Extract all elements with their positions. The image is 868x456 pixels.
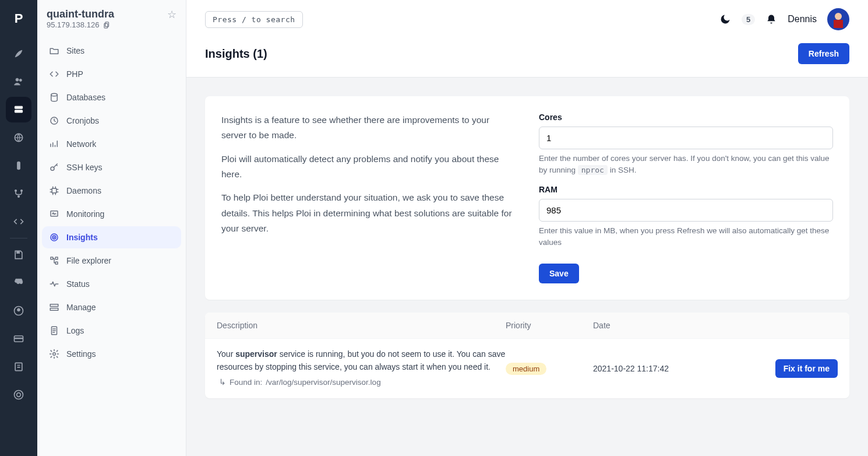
manage-icon [49, 302, 59, 313]
rail-docs-icon[interactable] [6, 354, 31, 380]
gear-icon [49, 349, 59, 359]
heartbeat-icon [49, 279, 59, 289]
rail-store-icon[interactable] [6, 270, 31, 296]
found-in-path: ↳ Found in: /var/log/supervisor/supervis… [217, 377, 506, 389]
svg-rect-9 [17, 251, 20, 253]
insights-table: Description Priority Date Your superviso… [205, 313, 849, 398]
save-button[interactable]: Save [539, 264, 579, 283]
svg-point-6 [15, 190, 16, 191]
server-name: quaint-tundra [47, 8, 114, 20]
insights-info-card: Insights is a feature to see whether the… [205, 96, 849, 300]
fix-button[interactable]: Fix it for me [775, 359, 838, 378]
svg-point-19 [51, 93, 58, 96]
favorite-star-icon[interactable]: ☆ [167, 8, 177, 21]
notification-count-badge[interactable]: 5 [742, 14, 755, 25]
nav-insights[interactable]: Insights [42, 226, 181, 248]
tree-icon [49, 255, 59, 266]
bell-icon[interactable] [765, 13, 777, 25]
rail-teams-icon[interactable] [6, 69, 31, 94]
rail-save-icon[interactable] [6, 242, 31, 268]
rail-servers-icon[interactable] [6, 97, 31, 122]
refresh-button[interactable]: Refresh [798, 43, 849, 64]
monitor-icon [49, 209, 59, 219]
svg-rect-36 [834, 20, 843, 28]
page-header: Insights (1) Refresh [186, 38, 868, 78]
nav-cronjobs[interactable]: Cronjobs [42, 110, 181, 132]
folder-icon [49, 45, 59, 56]
page-title: Insights (1) [205, 47, 267, 61]
nav-databases[interactable]: Databases [42, 86, 181, 108]
svg-rect-30 [50, 304, 58, 307]
insights-description: Insights is a feature to see whether the… [221, 113, 516, 283]
chip-icon [49, 185, 59, 196]
svg-rect-13 [15, 338, 23, 339]
svg-rect-22 [52, 188, 57, 193]
date-cell: 2021-10-22 11:17:42 [593, 364, 744, 373]
priority-cell: medium [506, 363, 593, 375]
rail-billing-icon[interactable] [6, 326, 31, 352]
nav-monitoring[interactable]: Monitoring [42, 203, 181, 225]
key-icon [49, 162, 59, 173]
svg-rect-18 [104, 23, 108, 28]
svg-point-35 [835, 13, 842, 20]
nav-manage[interactable]: Manage [42, 296, 181, 318]
target-icon [49, 232, 59, 243]
svg-point-7 [20, 190, 22, 191]
svg-rect-5 [17, 162, 20, 169]
col-date: Date [593, 321, 744, 330]
rail-profile-icon[interactable] [6, 298, 31, 324]
copy-ip-icon[interactable] [103, 21, 111, 29]
server-sidebar: quaint-tundra 95.179.138.126 ☆ Sites PHP… [37, 0, 186, 456]
svg-rect-3 [15, 110, 22, 113]
nav-logs[interactable]: Logs [42, 320, 181, 342]
topbar: Press / to search 5 Dennis [186, 0, 868, 38]
nav-file-explorer[interactable]: File explorer [42, 250, 181, 272]
svg-rect-17 [105, 22, 109, 26]
avatar[interactable] [827, 8, 849, 30]
svg-point-16 [17, 393, 21, 397]
server-spec-form: Cores Enter the number of cores your ser… [539, 113, 833, 283]
server-ip: 95.179.138.126 [47, 20, 114, 29]
clock-icon [49, 115, 59, 126]
svg-point-15 [15, 391, 23, 399]
svg-rect-2 [15, 106, 22, 108]
ram-label: RAM [539, 185, 833, 194]
nav-settings[interactable]: Settings [42, 343, 181, 365]
network-icon [49, 139, 59, 149]
svg-rect-31 [50, 308, 58, 311]
rail-globe-icon[interactable] [6, 125, 31, 150]
theme-toggle-icon[interactable] [719, 13, 731, 25]
svg-point-8 [17, 195, 19, 197]
nav-daemons[interactable]: Daemons [42, 180, 181, 202]
nav-php[interactable]: PHP [42, 63, 181, 85]
rail-divider [10, 238, 27, 238]
svg-point-11 [17, 308, 20, 311]
rail-traffic-icon[interactable] [6, 153, 31, 178]
priority-badge: medium [506, 363, 546, 375]
ram-helper: Enter this value in MB, when you press R… [539, 225, 833, 249]
rail-rocket-icon[interactable] [6, 41, 31, 66]
server-nav: Sites PHP Databases Cronjobs Network SSH… [37, 35, 186, 370]
logs-icon [49, 325, 59, 336]
rail-branch-icon[interactable] [6, 181, 31, 206]
rail-support-icon[interactable] [6, 382, 31, 408]
rail-code-icon[interactable] [6, 209, 31, 234]
search-button[interactable]: Press / to search [205, 11, 303, 28]
cores-input[interactable] [539, 127, 833, 149]
insight-description: Your supervisor service is running, but … [217, 348, 506, 389]
nav-network[interactable]: Network [42, 133, 181, 155]
table-row: Your supervisor service is running, but … [205, 339, 849, 398]
ram-input[interactable] [539, 199, 833, 222]
nav-status[interactable]: Status [42, 273, 181, 295]
nav-ssh-keys[interactable]: SSH keys [42, 156, 181, 178]
brand-logo[interactable]: P [5, 5, 33, 33]
svg-point-1 [19, 79, 22, 81]
table-header-row: Description Priority Date [205, 313, 849, 339]
nav-sites[interactable]: Sites [42, 40, 181, 62]
php-icon [49, 69, 59, 79]
svg-rect-28 [55, 257, 58, 259]
col-description: Description [217, 321, 506, 330]
username[interactable]: Dennis [788, 14, 817, 24]
main-content: Press / to search 5 Dennis Insights (1) … [186, 0, 868, 456]
cores-helper: Enter the number of cores your server ha… [539, 153, 833, 177]
